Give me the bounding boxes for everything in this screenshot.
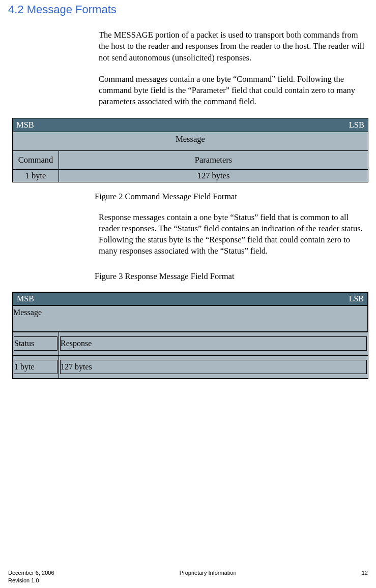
command-format-table: MSB LSB Message Command Parameters 1 byt… [12, 118, 368, 182]
msb-label-2: MSB [17, 294, 34, 303]
footer-revision: Revision 1.0 [8, 577, 368, 584]
response-field-cell: Response [60, 336, 367, 351]
response-format-table: MSB LSB Message Status Response 1 byte 1… [12, 292, 368, 379]
msb-label: MSB [16, 120, 34, 130]
footer-date: December 6, 2006 [8, 569, 54, 576]
status-size-cell: 1 byte [14, 360, 57, 374]
figure-2-caption: Figure 2 Command Message Field Format [95, 192, 368, 202]
footer-page: 12 [362, 569, 368, 576]
section-heading: 4.2 Message Formats [8, 3, 368, 16]
footer-center: Proprietary Information [180, 569, 237, 576]
message-cell-2: Message [13, 305, 368, 332]
lsb-label-2: LSB [349, 294, 364, 303]
command-size-cell: 1 byte [13, 169, 59, 182]
page-footer: December 6, 2006 Proprietary Information… [8, 569, 368, 584]
intro-paragraph-1: The MESSAGE portion of a packet is used … [99, 29, 366, 64]
response-paragraph: Response messages contain a one byte “St… [99, 212, 366, 257]
figure-3-caption: Figure 3 Response Message Field Format [95, 271, 368, 282]
parameters-size-cell: 127 bytes [59, 169, 368, 182]
parameters-field-cell: Parameters [59, 150, 368, 169]
lsb-label: LSB [349, 120, 364, 130]
response-size-cell: 127 bytes [60, 360, 367, 374]
status-field-cell: Status [14, 336, 57, 351]
intro-paragraph-2: Command messages contain a one byte “Com… [99, 74, 366, 108]
command-field-cell: Command [13, 150, 59, 169]
message-cell: Message [13, 132, 368, 150]
